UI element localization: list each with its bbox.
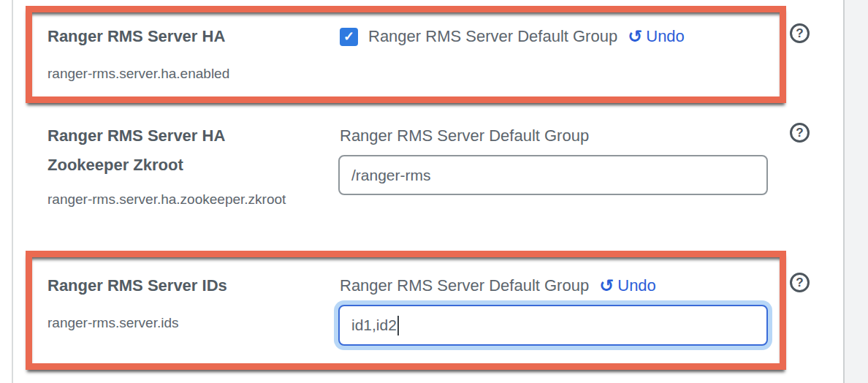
config-title: Ranger RMS Server HA bbox=[47, 22, 296, 51]
control-line: ✓ Ranger RMS Server Default Group ↺ Undo bbox=[340, 22, 685, 51]
check-icon: ✓ bbox=[343, 29, 354, 45]
right-gutter bbox=[843, 0, 868, 383]
panel-left-border bbox=[12, 0, 13, 383]
config-title: Ranger RMS Server HA Zookeeper Zkroot bbox=[47, 121, 289, 180]
undo-label: Undo bbox=[617, 276, 656, 295]
role-group-label: Ranger RMS Server Default Group bbox=[340, 271, 589, 300]
zkroot-input[interactable]: /ranger-rms bbox=[338, 155, 768, 195]
control-line: Ranger RMS Server Default Group bbox=[340, 121, 589, 151]
ha-enabled-checkbox[interactable]: ✓ bbox=[340, 28, 358, 46]
role-group-label: Ranger RMS Server Default Group bbox=[340, 121, 589, 151]
control-line: Ranger RMS Server Default Group ↺ Undo bbox=[340, 271, 656, 300]
text-cursor bbox=[397, 316, 399, 335]
input-value: /ranger-rms bbox=[351, 167, 431, 184]
undo-icon: ↺ bbox=[628, 28, 642, 45]
help-icon[interactable]: ? bbox=[790, 23, 810, 43]
input-value: id1,id2 bbox=[351, 316, 397, 334]
undo-label: Undo bbox=[646, 27, 685, 46]
undo-icon: ↺ bbox=[599, 277, 614, 295]
server-ids-input[interactable]: id1,id2 bbox=[338, 305, 768, 346]
property-name: ranger-rms.server.ha.enabled bbox=[47, 60, 289, 87]
role-group-label: Ranger RMS Server Default Group bbox=[368, 22, 617, 51]
property-name: ranger-rms.server.ids bbox=[47, 309, 289, 336]
undo-button[interactable]: ↺ Undo bbox=[628, 27, 685, 46]
highlight-box bbox=[26, 6, 786, 103]
config-title: Ranger RMS Server IDs bbox=[47, 271, 296, 300]
help-icon[interactable]: ? bbox=[790, 273, 810, 292]
property-name: ranger-rms.server.ha.zookeeper.zkroot bbox=[47, 186, 289, 213]
config-page: Ranger RMS Server HA ranger-rms.server.h… bbox=[0, 0, 868, 383]
help-icon[interactable]: ? bbox=[790, 123, 810, 143]
undo-button[interactable]: ↺ Undo bbox=[599, 276, 656, 295]
